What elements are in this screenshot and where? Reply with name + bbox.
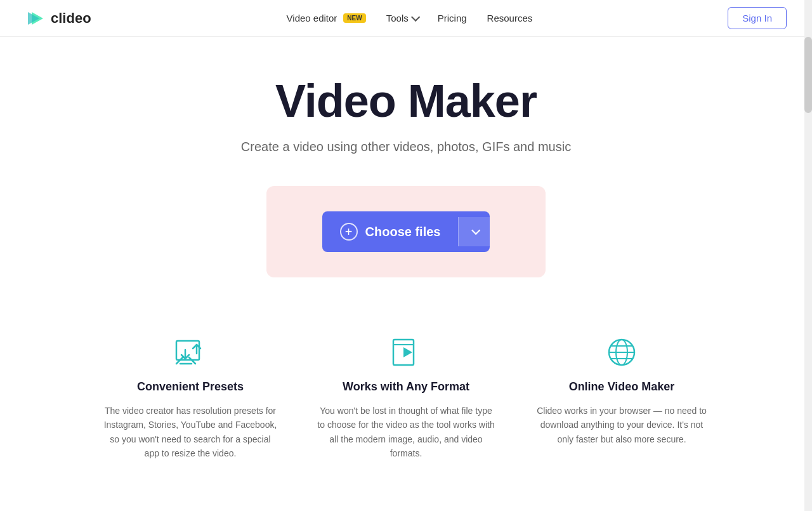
choose-files-main[interactable]: + Choose files [322, 211, 459, 252]
feature-presets: Convenient Presets The video creator has… [102, 335, 279, 461]
formats-icon [388, 335, 424, 370]
nav-tools[interactable]: Tools [386, 13, 417, 23]
nav-pricing[interactable]: Pricing [438, 13, 467, 23]
logo[interactable]: clideo [25, 8, 91, 29]
svg-marker-7 [403, 347, 412, 357]
scrollbar[interactable] [804, 0, 812, 511]
feature-presets-desc: The video creator has resolution presets… [102, 404, 279, 461]
feature-online-title: Online Video Maker [569, 380, 675, 394]
features-section: Convenient Presets The video creator has… [89, 335, 723, 461]
online-icon [604, 335, 639, 370]
choose-files-dropdown[interactable] [458, 217, 490, 246]
choose-files-button[interactable]: + Choose files [322, 211, 490, 252]
page-title: Video Maker [275, 75, 537, 127]
header: clideo Video editor NEW Tools Pricing Re… [0, 0, 812, 37]
feature-presets-title: Convenient Presets [137, 380, 244, 394]
feature-formats-title: Works with Any Format [343, 380, 469, 394]
nav-video-editor[interactable]: Video editor NEW [287, 13, 366, 23]
main-nav: Video editor NEW Tools Pricing Resources [287, 13, 533, 23]
upload-area: + Choose files [266, 186, 546, 277]
chevron-down-icon [471, 226, 480, 235]
plus-icon: + [340, 223, 358, 241]
scrollbar-thumb[interactable] [804, 37, 812, 113]
clideo-logo-icon [25, 8, 46, 29]
nav-resources[interactable]: Resources [487, 13, 533, 23]
presets-icon [173, 335, 208, 370]
feature-formats-desc: You won't be lost in thought of what fil… [317, 404, 495, 461]
main-content: Video Maker Create a video using other v… [0, 37, 812, 486]
hero-subtitle: Create a video using other videos, photo… [241, 140, 571, 154]
chevron-down-icon [411, 12, 420, 21]
feature-formats: Works with Any Format You won't be lost … [317, 335, 495, 461]
sign-in-button[interactable]: Sign In [728, 7, 787, 29]
new-badge: NEW [343, 13, 365, 23]
choose-files-label: Choose files [365, 225, 441, 239]
logo-text: clideo [51, 10, 91, 27]
feature-online-desc: Clideo works in your browser — no need t… [533, 404, 710, 446]
feature-online: Online Video Maker Clideo works in your … [533, 335, 710, 461]
